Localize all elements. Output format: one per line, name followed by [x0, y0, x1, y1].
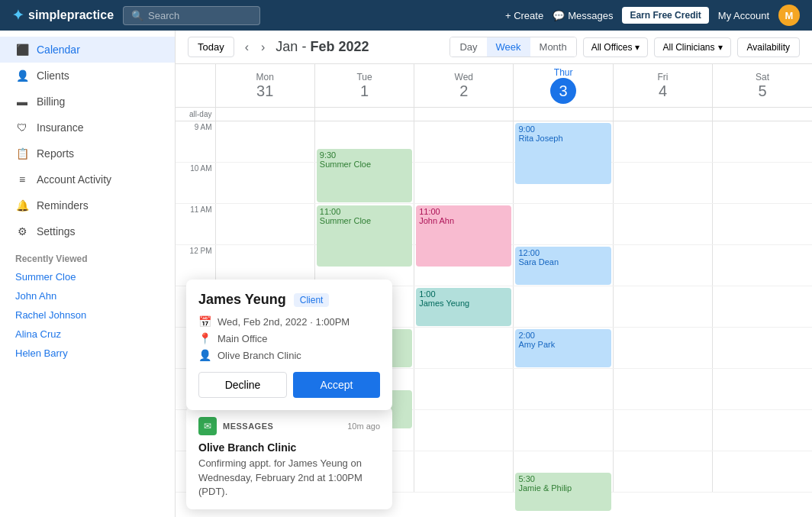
- sidebar-item-billing[interactable]: ▬ Billing: [0, 89, 175, 115]
- accept-button[interactable]: Accept: [293, 372, 380, 398]
- time-row-11am: 11 AM 11:00Summer Cloe 11:00John Ahn: [176, 204, 812, 245]
- clinicians-filter[interactable]: All Clinicians ▾: [654, 37, 730, 57]
- search-icon: 🔍: [131, 10, 143, 21]
- popup-location-detail: 📍 Main Office: [198, 332, 380, 344]
- sidebar-item-reports[interactable]: 📋 Reports: [0, 141, 175, 166]
- time-label-10am: 10 AM: [176, 163, 215, 204]
- time-label-11am: 11 AM: [176, 204, 215, 245]
- message-icon: 💬: [553, 10, 565, 21]
- sidebar-label-calendar: Calendar: [37, 44, 80, 56]
- time-row-9am: 9 AM 9:30Summer Cloe 9:00Rita Joseph: [176, 121, 812, 163]
- decline-button[interactable]: Decline: [198, 372, 287, 398]
- location-icon: 📍: [198, 332, 211, 344]
- top-navigation: ✦ simplepractice 🔍 Search + Create 💬 Mes…: [0, 0, 812, 31]
- event-james-yeung[interactable]: 1:00James Yeung: [416, 288, 511, 326]
- cell-wed-11am: 11:00John Ahn: [414, 204, 514, 245]
- sidebar-item-account-activity[interactable]: ≡ Account Activity: [0, 166, 175, 192]
- prev-button[interactable]: ‹: [240, 39, 253, 56]
- view-month-button[interactable]: Month: [530, 37, 576, 57]
- view-week-button[interactable]: Week: [487, 37, 530, 57]
- cell-wed-10am: [414, 163, 514, 204]
- cell-thu-11am: [514, 204, 613, 245]
- cell-fri-9am: [613, 121, 712, 163]
- cell-mon-10am: [215, 163, 314, 204]
- offices-filter[interactable]: All Offices ▾: [583, 37, 649, 57]
- cell-sat-2pm: [713, 328, 812, 369]
- cell-fri-11am: [613, 204, 712, 245]
- recent-alina-cruz[interactable]: Alina Cruz: [0, 325, 175, 344]
- popup-client-name: James Yeung: [198, 292, 286, 308]
- reminders-icon: 🔔: [15, 199, 29, 212]
- cell-tue-11am: 11:00Summer Cloe: [314, 204, 414, 245]
- main-layout: ⬛ Calendar 👤 Clients ▬ Billing 🛡 Insuran…: [0, 31, 812, 517]
- account-activity-icon: ≡: [15, 173, 29, 186]
- sidebar-label-billing: Billing: [37, 95, 65, 108]
- settings-icon: ⚙: [15, 225, 29, 238]
- availability-button[interactable]: Availability: [737, 37, 800, 57]
- notif-title: Olive Branch Clinic: [198, 441, 380, 454]
- sidebar-item-insurance[interactable]: 🛡 Insurance: [0, 115, 175, 141]
- sidebar-label-insurance: Insurance: [37, 121, 83, 134]
- all-day-mon: [215, 108, 314, 121]
- view-day-button[interactable]: Day: [450, 37, 486, 57]
- sidebar-item-settings[interactable]: ⚙ Settings: [0, 218, 175, 244]
- recent-helen-barry[interactable]: Helen Barry: [0, 344, 175, 363]
- recently-viewed-title: Recently Viewed: [0, 244, 175, 267]
- create-button[interactable]: + Create: [505, 10, 543, 21]
- sidebar-item-calendar[interactable]: ⬛ Calendar: [0, 37, 175, 63]
- cell-mon-9am: [215, 121, 314, 163]
- day-name-fri: Fri: [657, 72, 668, 82]
- event-sara-dean[interactable]: 12:00Sara Dean: [515, 247, 611, 285]
- today-button[interactable]: Today: [188, 37, 234, 57]
- sidebar-item-clients[interactable]: 👤 Clients: [0, 63, 175, 89]
- sidebar: ⬛ Calendar 👤 Clients ▬ Billing 🛡 Insuran…: [0, 31, 176, 517]
- cell-wed-1pm: 1:00James Yeung: [414, 286, 514, 328]
- filter-buttons: All Offices ▾ All Clinicians ▾: [583, 37, 731, 57]
- insurance-icon: 🛡: [15, 121, 29, 134]
- notif-header: ✉ MESSAGES 10m ago: [198, 417, 380, 435]
- avatar[interactable]: M: [778, 5, 800, 26]
- earn-credit-button[interactable]: Earn Free Credit: [622, 7, 708, 24]
- view-buttons: Day Week Month: [450, 37, 576, 57]
- event-summer-cloe-11[interactable]: 11:00Summer Cloe: [317, 205, 412, 267]
- popup-clinic-detail: 👤 Olive Branch Clinic: [198, 349, 380, 361]
- recent-john-ahn[interactable]: John Ahn: [0, 286, 175, 305]
- popup-location: Main Office: [218, 333, 268, 344]
- day-name-sat: Sat: [756, 72, 769, 82]
- logo-text: simplepractice: [28, 8, 114, 22]
- recent-summer-cloe[interactable]: Summer Cloe: [0, 267, 175, 286]
- day-name-tue: Tue: [356, 72, 372, 82]
- appointment-popup: James Yeung Client 📅 Wed, Feb 2nd, 2022 …: [186, 280, 392, 410]
- cell-sat-9am: [713, 121, 812, 163]
- all-day-row: all-day: [176, 108, 812, 121]
- cell-tue-10am: [314, 163, 414, 204]
- day-header-thu: Thur 3: [514, 64, 613, 108]
- cell-thu-1pm: [514, 286, 613, 328]
- cell-thu-5pm: 5:30Jamie & Philip: [514, 451, 613, 493]
- popup-client-badge: Client: [294, 293, 330, 307]
- calendar-area: Today ‹ › Jan - Feb 2022 Day Week Month …: [176, 31, 812, 517]
- event-rita-joseph[interactable]: 9:00Rita Joseph: [515, 123, 611, 184]
- offices-filter-label: All Offices: [591, 42, 633, 53]
- event-john-ahn[interactable]: 11:00John Ahn: [416, 205, 511, 267]
- messages-button[interactable]: 💬 Messages: [553, 10, 613, 21]
- cell-sat-4pm: [713, 410, 812, 451]
- all-day-fri: [613, 108, 712, 121]
- event-jamie-philip[interactable]: 5:30Jamie & Philip: [515, 473, 611, 511]
- day-num-sat: 5: [759, 82, 767, 99]
- cell-wed-5pm: [414, 451, 514, 493]
- sidebar-item-reminders[interactable]: 🔔 Reminders: [0, 192, 175, 218]
- search-box[interactable]: 🔍 Search: [123, 6, 260, 25]
- next-button[interactable]: ›: [256, 39, 269, 56]
- calendar-title: Jan - Feb 2022: [276, 39, 443, 55]
- cell-sat-1pm: [713, 286, 812, 328]
- notif-body: Confirming appt. for James Yeung on Wedn…: [198, 457, 380, 499]
- recent-rachel-johnson[interactable]: Rachel Johnson: [0, 305, 175, 325]
- cell-wed-2pm: [414, 328, 514, 369]
- cell-sat-3pm: [713, 369, 812, 410]
- event-amy-park[interactable]: 2:00Amy Park: [515, 329, 611, 367]
- cell-sat-12pm: [713, 245, 812, 286]
- cell-fri-1pm: [613, 286, 712, 328]
- day-header-wed: Wed 2: [414, 64, 514, 108]
- account-button[interactable]: My Account: [718, 10, 769, 21]
